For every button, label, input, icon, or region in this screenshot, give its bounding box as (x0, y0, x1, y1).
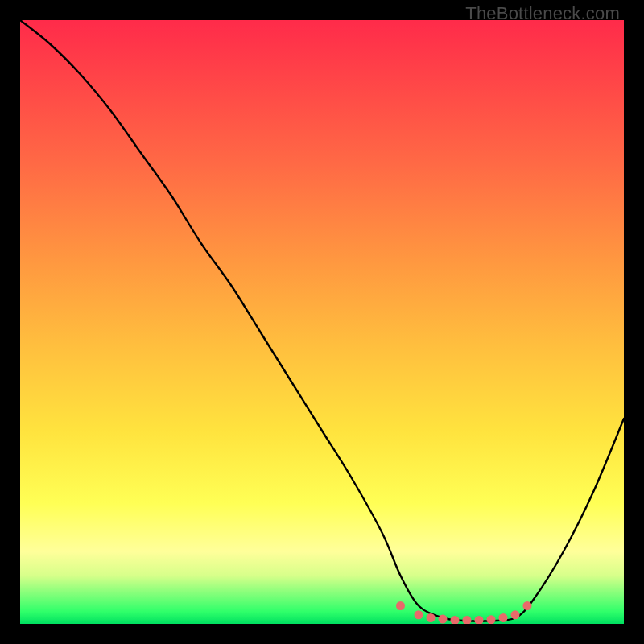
bottleneck-curve (20, 20, 624, 621)
valley-marker (475, 616, 484, 624)
valley-marker (523, 601, 532, 610)
valley-marker (396, 601, 405, 610)
chart-frame (20, 20, 624, 624)
valley-marker (511, 610, 520, 619)
valley-marker (499, 613, 508, 622)
valley-marker (451, 616, 460, 624)
valley-marker (487, 615, 496, 624)
watermark-text: TheBottleneck.com (465, 3, 620, 24)
valley-marker (463, 616, 472, 624)
curve-layer (20, 20, 624, 621)
chart-svg (20, 20, 624, 624)
valley-marker (427, 613, 436, 622)
valley-marker (439, 615, 448, 624)
valley-marker (415, 610, 423, 619)
